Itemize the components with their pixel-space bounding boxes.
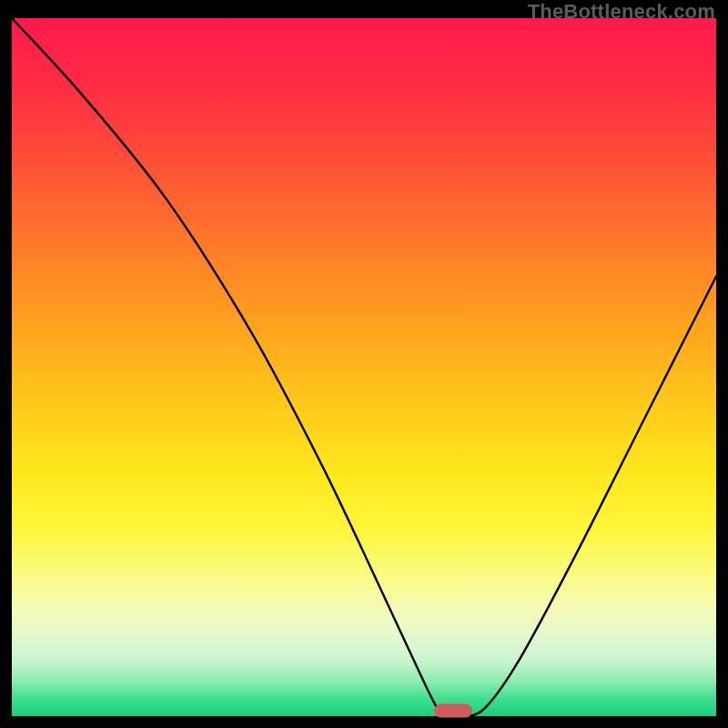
curve-svg	[12, 18, 716, 716]
chart-frame: TheBottleneck.com	[0, 0, 728, 728]
plot-area	[12, 18, 716, 716]
optimal-marker	[434, 703, 472, 717]
bottleneck-curve	[12, 18, 716, 717]
